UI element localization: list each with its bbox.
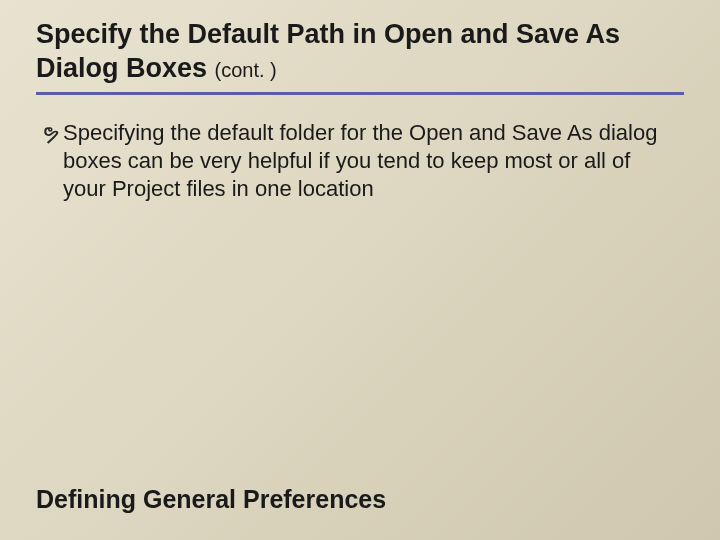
title-continuation: (cont. ) xyxy=(215,59,277,81)
bullet-icon: ຯ xyxy=(42,121,59,145)
title-block: Specify the Default Path in Open and Sav… xyxy=(36,18,684,95)
bullet-item: ຯ Specifying the default folder for the … xyxy=(42,119,674,203)
footer-title: Defining General Preferences xyxy=(36,485,386,514)
title-main: Specify the Default Path in Open and Sav… xyxy=(36,19,620,83)
bullet-text: Specifying the default folder for the Op… xyxy=(63,119,674,203)
slide-title: Specify the Default Path in Open and Sav… xyxy=(36,18,684,86)
slide: Specify the Default Path in Open and Sav… xyxy=(0,0,720,540)
body-content: ຯ Specifying the default folder for the … xyxy=(36,119,684,203)
